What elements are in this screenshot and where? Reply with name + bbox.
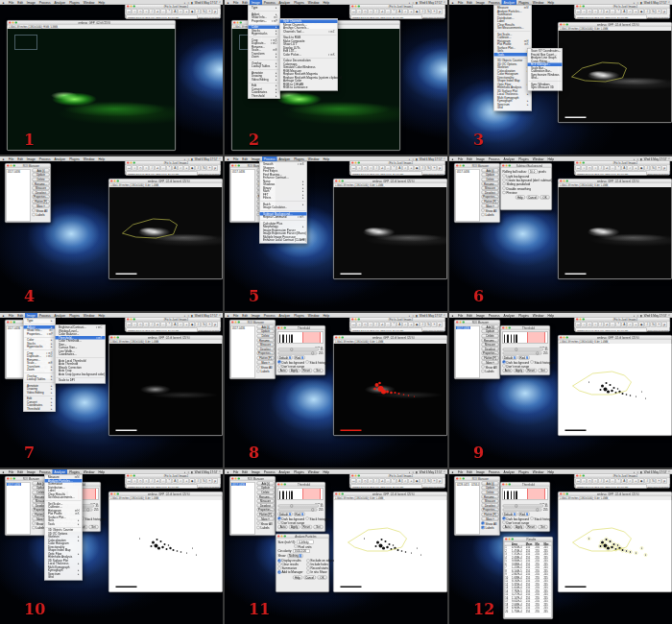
results-window[interactable]: Results AreaMeanMinMax14.915E-4255255255… <box>503 537 553 619</box>
image-window-titlebar[interactable]: embryo_GFP_02.tif (green) (25%) <box>559 180 672 184</box>
menubar-item-plugins[interactable]: Plugins <box>292 469 306 474</box>
threshold-slider[interactable] <box>278 348 320 351</box>
display-popup[interactable]: Red↕ <box>518 513 529 516</box>
roi-button-measure[interactable]: Measure <box>482 343 499 347</box>
macro-tool-3-icon[interactable]: » <box>431 166 437 171</box>
zoom-tool-icon[interactable]: ⌕ <box>627 166 633 171</box>
hand-tool-icon[interactable]: + <box>633 479 638 484</box>
more-tools-icon[interactable]: μ <box>212 10 218 14</box>
more-tools-icon[interactable]: μ <box>212 166 218 171</box>
menu-item[interactable]: Zoom▸ <box>249 56 280 60</box>
menubar-item-plugins[interactable]: Plugins <box>516 469 531 474</box>
button-set[interactable]: Set <box>88 525 98 529</box>
apple-menu-icon[interactable]: ● <box>449 469 456 474</box>
image-canvas[interactable] <box>559 500 672 592</box>
roi-button-add-t-[interactable]: Add [t] <box>257 482 275 486</box>
checkbox[interactable] <box>482 370 485 372</box>
roi-list-item[interactable]: 0517-0436 <box>231 170 246 173</box>
minimize-icon[interactable] <box>338 336 340 338</box>
roi-list-item[interactable]: 0517-0436 <box>7 170 21 173</box>
button-set[interactable]: Set <box>538 369 547 372</box>
dropper-tool-icon[interactable]: ◆ <box>638 166 644 171</box>
roi-button-more-[interactable]: More » <box>482 516 499 520</box>
zoom-tool-icon[interactable]: ⌕ <box>627 10 633 14</box>
hand-tool-icon[interactable]: + <box>633 166 638 171</box>
close-icon[interactable] <box>351 5 353 7</box>
menu-item[interactable]: Lookup Tables▸ <box>24 378 56 382</box>
roi-button-flatten-f-[interactable]: Flatten [F] <box>33 200 50 204</box>
zoom-icon[interactable] <box>13 164 15 166</box>
roi-manager-window[interactable]: ROI Manager0228-04150234-04420239-046102… <box>454 476 500 536</box>
zoom-icon[interactable] <box>509 164 511 166</box>
minimize-icon[interactable] <box>10 477 12 479</box>
angle-tool-icon[interactable]: ∠ <box>604 166 610 171</box>
image-window[interactable]: embryo_GFP_02.tif (green) (25%)1.84x1.39… <box>333 335 447 436</box>
threshold-slider[interactable] <box>278 509 318 512</box>
analyze-particles-dialog[interactable]: Analyze ParticlesSize (inch^2):0-Infinit… <box>276 534 329 592</box>
roi-button-measure[interactable]: Measure <box>482 186 499 190</box>
line-tool-icon[interactable]: / <box>149 323 155 327</box>
oval-tool-icon[interactable]: ○ <box>132 10 137 14</box>
checkbox[interactable] <box>307 566 310 569</box>
menu-item[interactable]: Filters▸ <box>260 197 307 201</box>
menubar-item-plugins[interactable]: Plugins <box>292 0 306 5</box>
roi-button-properties-[interactable]: Properties... <box>482 195 499 199</box>
point-tool-icon[interactable]: ∴ <box>610 479 615 484</box>
angle-tool-icon[interactable]: ∠ <box>379 166 385 171</box>
menu-item[interactable]: Lookup Tables▸ <box>249 65 280 69</box>
menu-item[interactable]: Repeat Command⇧⌘R <box>260 216 307 220</box>
close-icon[interactable] <box>576 474 578 476</box>
roi-list[interactable]: 0517-0436 <box>231 482 255 535</box>
oval-tool-icon[interactable]: ○ <box>581 10 587 14</box>
imagej-toolbar-window[interactable]: (Fiji Is Just) ImageJ▭○◇≈/∠∴*A⌕+◆#%»μIma… <box>349 4 445 19</box>
macro-tool-2-icon[interactable]: % <box>650 479 656 484</box>
rectangle-tool-icon[interactable]: ▭ <box>576 479 582 484</box>
menu-item[interactable]: Auto Crop (guess background color) <box>56 372 106 376</box>
threshold-dialog-titlebar[interactable]: Threshold <box>276 326 325 331</box>
menu-item[interactable]: Properties...⇧⌘P <box>24 332 56 336</box>
image-canvas[interactable] <box>559 187 672 279</box>
toolbar-search[interactable]: Click here to search <box>647 172 668 175</box>
wand-tool-icon[interactable]: * <box>615 166 621 171</box>
close-icon[interactable] <box>351 474 353 476</box>
results-row[interactable]: 201.720E-4255255255 <box>505 610 552 613</box>
close-icon[interactable] <box>560 23 562 25</box>
point-tool-icon[interactable]: ∴ <box>160 10 166 14</box>
zoom-tool-icon[interactable]: ⌕ <box>178 479 183 484</box>
imagej-toolbar-window[interactable]: (Fiji Is Just) ImageJ▭○◇≈/∠∴*A⌕+◆#%»μIma… <box>574 317 670 332</box>
hand-tool-icon[interactable]: + <box>408 166 414 171</box>
minimize-icon[interactable] <box>130 5 132 7</box>
close-icon[interactable] <box>277 535 279 537</box>
imagej-toolbar-window[interactable]: (Fiji Is Just) ImageJ▭○◇≈/∠∴*A⌕+◆#%»μIma… <box>125 4 221 19</box>
roi-button-deselect[interactable]: Deselect <box>482 348 499 351</box>
minimize-icon[interactable] <box>130 318 132 320</box>
selection-rectangle[interactable] <box>15 35 37 50</box>
point-tool-icon[interactable]: ∴ <box>610 323 615 327</box>
menubar-item-window[interactable]: Window <box>306 0 322 5</box>
checkbox[interactable] <box>531 517 534 520</box>
macro-tool-1-icon[interactable]: # <box>195 10 201 14</box>
roi-button-deselect[interactable]: Deselect <box>257 504 275 508</box>
line-tool-icon[interactable]: / <box>598 479 604 484</box>
macro-tool-2-icon[interactable]: % <box>201 166 206 171</box>
minimize-icon[interactable] <box>113 492 115 494</box>
imagej-toolbar-window[interactable]: (Fiji Is Just) ImageJ▭○◇≈/∠∴*A⌕+◆#%»μIma… <box>125 317 221 332</box>
minimize-icon[interactable] <box>579 5 581 7</box>
macro-tool-1-icon[interactable]: # <box>420 479 425 484</box>
text-tool-icon[interactable]: A <box>172 479 178 484</box>
oval-tool-icon[interactable]: ○ <box>356 10 362 14</box>
text-tool-icon[interactable]: A <box>396 166 402 171</box>
point-tool-icon[interactable]: ∴ <box>160 479 166 484</box>
freehand-tool-icon[interactable]: ≈ <box>143 323 149 327</box>
menubar-item-edit[interactable]: Edit <box>465 469 474 474</box>
roi-button-flatten-f-[interactable]: Flatten [F] <box>482 200 499 204</box>
spotlight-icon[interactable]: ⌕ <box>668 470 670 474</box>
macro-tool-2-icon[interactable]: % <box>650 10 656 14</box>
dropper-tool-icon[interactable]: ◆ <box>414 10 420 14</box>
apple-menu-icon[interactable]: ● <box>449 0 456 5</box>
checkbox[interactable] <box>503 191 506 194</box>
minimize-icon[interactable] <box>280 326 282 328</box>
zoom-tool-icon[interactable]: ⌕ <box>627 479 633 484</box>
threshold-dialog[interactable]: Threshold0.31 %35255Default↕Red↕Dark bac… <box>276 325 325 375</box>
menu-item[interactable]: Threshold▸ <box>24 407 56 411</box>
